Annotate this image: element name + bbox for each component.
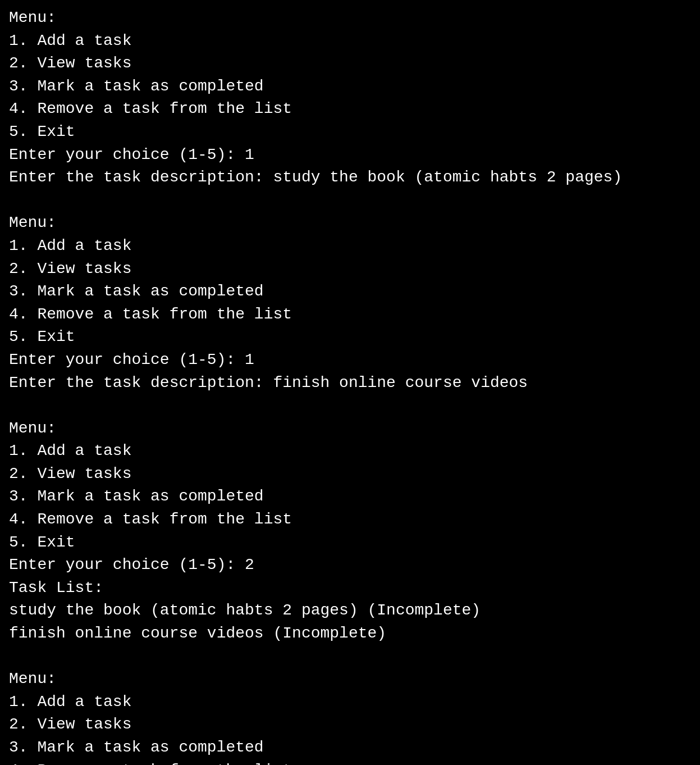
terminal-output: Menu: 1. Add a task 2. View tasks 3. Mar… [9, 7, 691, 765]
